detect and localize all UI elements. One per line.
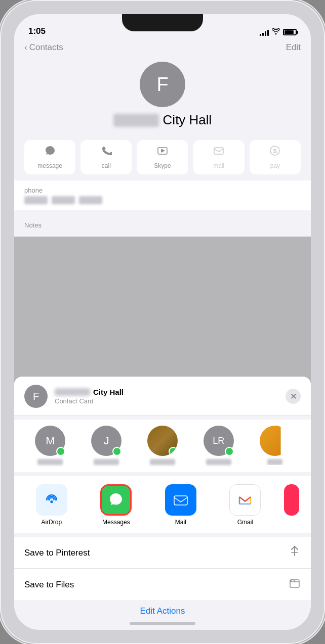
action-buttons-row: message call — [14, 136, 311, 180]
share-contact-name: City Hall — [55, 388, 278, 396]
signal-bars-icon — [260, 29, 269, 36]
status-icons — [260, 28, 297, 36]
pinterest-icon — [289, 545, 301, 560]
person-item-lr[interactable]: LR — [190, 426, 247, 465]
edit-actions-row: Edit Actions — [14, 600, 311, 618]
edit-actions-button[interactable]: Edit Actions — [140, 606, 185, 616]
phone-screen: 1:05 — [14, 14, 311, 630]
close-button[interactable]: ✕ — [286, 389, 301, 404]
phone-info-section: phone — [14, 180, 311, 210]
action-btn-pay[interactable]: $ pay — [250, 140, 301, 174]
person-avatar-j: J — [91, 426, 121, 456]
svg-text:$: $ — [273, 147, 277, 155]
chevron-left-icon: ‹ — [24, 42, 27, 53]
apps-section: AirDrop Messages — [14, 476, 311, 533]
share-sheet-overlay: F City Hall Contact Card ✕ — [14, 237, 311, 630]
person-name-m — [37, 459, 63, 465]
app-item-mail[interactable]: Mail — [150, 484, 211, 526]
phone-frame: 1:05 — [0, 0, 325, 644]
avatar-initial: F — [156, 74, 168, 96]
status-time: 1:05 — [28, 26, 46, 36]
share-name-suffix: City Hall — [93, 388, 124, 396]
back-button[interactable]: ‹ Contacts — [24, 42, 63, 53]
skype-icon — [157, 145, 168, 159]
share-name-blur — [55, 388, 90, 396]
apps-row: AirDrop Messages — [14, 476, 311, 533]
messages-label: Messages — [102, 519, 130, 526]
person-name-extra — [267, 459, 282, 465]
wifi-icon — [272, 28, 280, 36]
svg-point-5 — [44, 492, 60, 508]
gmail-app-icon — [229, 484, 261, 516]
back-label[interactable]: Contacts — [29, 42, 63, 53]
airdrop-label: AirDrop — [41, 519, 62, 526]
action-btn-call[interactable]: call — [80, 140, 132, 174]
messages-badge-photo — [169, 447, 178, 456]
message-icon — [45, 145, 56, 159]
action-btn-skype[interactable]: Skype — [137, 140, 188, 174]
messages-badge-m — [56, 447, 65, 456]
person-initial-j: J — [104, 434, 109, 447]
save-files-icon — [289, 577, 301, 592]
battery-icon — [283, 29, 297, 35]
person-item-extra[interactable] — [247, 426, 303, 465]
pinterest-label: Save to Pinterest — [24, 548, 90, 558]
share-subtitle: Contact Card — [55, 397, 278, 405]
messages-badge-lr — [225, 447, 234, 456]
call-label: call — [102, 162, 111, 169]
person-name-j — [94, 459, 119, 465]
action-list: Save to Pinterest Save to Files — [14, 537, 311, 600]
pay-icon: $ — [269, 145, 280, 159]
edit-button[interactable]: Edit — [286, 42, 301, 53]
extra-app-icon — [284, 484, 299, 516]
app-item-gmail[interactable]: Gmail — [215, 484, 276, 526]
action-save-pinterest[interactable]: Save to Pinterest — [14, 537, 311, 569]
person-initial-lr: LR — [213, 436, 224, 446]
svg-marker-1 — [161, 149, 165, 153]
share-contact-info: City Hall Contact Card — [55, 388, 278, 405]
person-item-m[interactable]: M — [22, 426, 78, 465]
airdrop-icon — [36, 484, 67, 516]
share-sheet-panel: F City Hall Contact Card ✕ — [14, 377, 311, 630]
mail-icon — [213, 145, 224, 159]
svg-point-6 — [50, 500, 53, 503]
close-icon: ✕ — [290, 392, 297, 401]
contact-background: ‹ Contacts Edit F City Hall — [14, 40, 311, 238]
phone-label: phone — [24, 187, 301, 194]
phone-number — [24, 196, 301, 204]
svg-rect-2 — [214, 148, 223, 154]
mail-label: mail — [213, 162, 224, 169]
person-initial-m: M — [46, 434, 55, 447]
share-avatar: F — [24, 385, 48, 408]
battery-fill — [285, 30, 294, 34]
app-item-extra[interactable] — [279, 484, 304, 526]
nav-bar: ‹ Contacts Edit — [14, 40, 311, 57]
action-btn-mail[interactable]: mail — [193, 140, 245, 174]
person-name-lr — [206, 459, 231, 465]
home-bar — [130, 622, 195, 625]
person-name-photo — [150, 459, 175, 465]
messages-badge-j — [112, 447, 121, 456]
notes-label: Notes — [14, 215, 311, 232]
person-item-photo[interactable] — [135, 426, 191, 465]
save-files-label: Save to Files — [24, 580, 74, 590]
messages-badge-extra — [281, 447, 290, 456]
app-item-airdrop[interactable]: AirDrop — [21, 484, 82, 526]
message-label: message — [37, 162, 62, 169]
divider — [14, 533, 311, 533]
action-btn-message[interactable]: message — [24, 140, 75, 174]
call-icon — [101, 145, 112, 159]
home-indicator — [14, 618, 311, 630]
action-save-files[interactable]: Save to Files — [14, 569, 311, 600]
app-item-messages[interactable]: Messages — [86, 484, 147, 526]
contact-name-blur — [113, 114, 159, 127]
contact-name: City Hall — [113, 112, 212, 128]
skype-label: Skype — [154, 162, 171, 169]
contact-name-suffix: City Hall — [163, 112, 212, 128]
mail-app-icon — [165, 484, 196, 516]
share-avatar-initial: F — [33, 391, 39, 402]
messages-app-icon — [100, 484, 132, 516]
person-avatar-photo — [147, 426, 178, 456]
person-avatar-m: M — [35, 426, 65, 456]
person-item-j[interactable]: J — [78, 426, 135, 465]
